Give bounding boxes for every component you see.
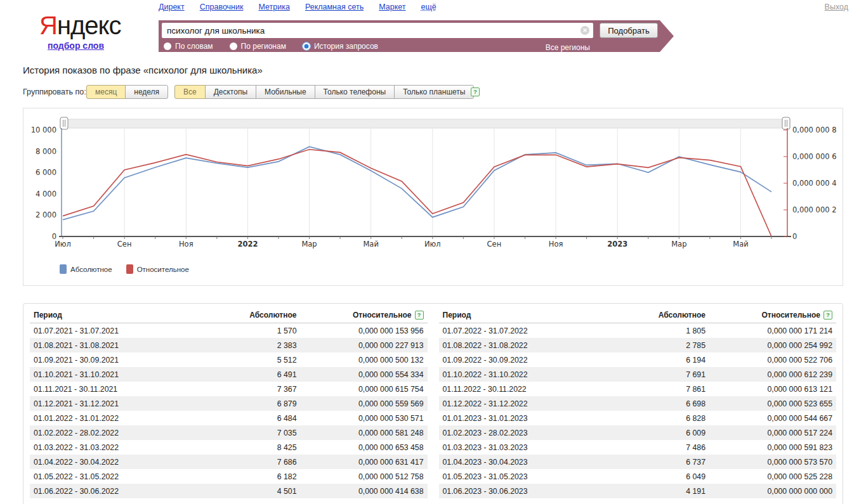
group-by-label: Группировать по: — [23, 87, 86, 96]
radio-selected-icon — [303, 42, 310, 50]
cell-period: 01.05.2022 - 31.05.2022 — [34, 472, 202, 481]
table-row: 01.09.2021 - 30.09.20215 5120,000 000 50… — [30, 352, 428, 367]
device-button-5[interactable]: Только планшеты — [394, 85, 474, 99]
mode-radio-2[interactable]: По регионам — [230, 42, 286, 51]
cell-relative: 0,000 000 653 458 — [297, 443, 424, 452]
x-axis-label: Сен — [117, 240, 132, 249]
nav-link-4[interactable]: Рекламная сеть — [305, 3, 364, 11]
submit-button[interactable]: Подобрать — [600, 23, 658, 38]
table-row: 01.11.2022 - 30.11.20227 8610,000 000 61… — [439, 382, 837, 396]
cell-period: 01.12.2022 - 31.12.2022 — [443, 399, 611, 408]
yandex-logo[interactable]: Яндекс — [39, 11, 121, 40]
x-axis-label: 2022 — [237, 240, 258, 249]
cell-absolute: 2 785 — [610, 341, 705, 350]
legend-item-absolute[interactable]: Абсолютное — [60, 264, 112, 274]
table-row: 01.02.2022 - 28.02.20227 0350,000 000 58… — [30, 425, 428, 440]
legend-label: Абсолютное — [70, 266, 112, 273]
main-content: История показов по фразе «психолог для ш… — [23, 57, 843, 504]
search-field-wrap: ✕ — [162, 23, 593, 38]
right-axis-label: 0,000 000 2 — [792, 205, 837, 214]
col-header-relative: Относительное? — [297, 311, 424, 320]
mode-radio-label: По словам — [175, 42, 213, 51]
range-slider-track[interactable] — [60, 119, 790, 128]
cell-relative: 0,000 000 631 417 — [297, 458, 424, 467]
group-by-button-1[interactable]: месяц — [86, 85, 126, 99]
nav-link-5[interactable]: Маркет — [379, 3, 405, 11]
cell-relative: 0,000 000 171 214 — [705, 326, 832, 335]
devices-help-icon[interactable]: ? — [471, 87, 480, 96]
cell-absolute: 6 484 — [202, 414, 297, 423]
clear-search-icon[interactable]: ✕ — [581, 26, 589, 35]
cell-absolute: 6 737 — [610, 458, 705, 467]
cell-relative: 0,000 000 227 913 — [297, 341, 424, 350]
grouping-controls: Группировать по: месяцнеделя ВсеДесктопы… — [23, 85, 843, 99]
group-by-button-2[interactable]: неделя — [125, 85, 168, 99]
device-button-4[interactable]: Только телефоны — [315, 85, 395, 99]
cell-relative: 0,000 000 530 571 — [297, 414, 424, 423]
cell-relative: 0,000 000 613 121 — [705, 385, 832, 394]
all-regions-link[interactable]: Все регионы — [546, 43, 590, 53]
col-header-relative-label: Относительное — [762, 311, 820, 320]
col-header-period: Период — [443, 311, 611, 320]
table-row: 01.08.2022 - 31.08.20222 7850,000 000 25… — [439, 338, 837, 352]
right-axis-label: 0,000 000 6 — [792, 152, 837, 161]
x-axis-label: Май — [363, 240, 378, 249]
top-nav: ДиректСправочникМетрикаРекламная сетьМар… — [159, 3, 436, 11]
x-axis-label: Июл — [424, 240, 441, 249]
left-axis-label: 4 000 — [36, 190, 56, 198]
logout-link[interactable]: Выход — [825, 3, 848, 11]
table-row: 01.10.2022 - 31.10.20227 6910,000 000 61… — [439, 367, 837, 382]
cell-absolute: 6 698 — [610, 399, 705, 408]
x-axis-label: Мар — [301, 240, 317, 249]
cell-period: 01.09.2022 - 30.09.2022 — [443, 356, 611, 365]
table-row: 01.07.2021 - 31.07.20211 5700,000 000 15… — [30, 323, 428, 338]
cell-relative: 0,000 000 554 334 — [297, 370, 424, 379]
cell-absolute: 6 009 — [610, 429, 705, 437]
cell-period: 01.08.2022 - 31.08.2022 — [443, 341, 611, 350]
cell-relative: 0,000 000 615 754 — [297, 385, 424, 394]
col-header-period: Период — [34, 311, 202, 320]
search-input[interactable] — [162, 23, 593, 38]
cell-period: 01.03.2022 - 31.03.2022 — [34, 443, 202, 452]
col-header-absolute: Абсолютное — [202, 311, 297, 320]
device-button-3[interactable]: Мобильные — [256, 85, 315, 99]
table-row: 01.06.2023 - 30.06.20234 1910,000 000 00… — [439, 484, 837, 498]
cell-period: 01.01.2022 - 31.01.2022 — [34, 414, 202, 423]
legend-item-relative[interactable]: Относительное — [126, 264, 189, 274]
cell-absolute: 6 491 — [202, 370, 297, 379]
nav-link-3[interactable]: Метрика — [258, 3, 289, 11]
logo-rest: ндекс — [57, 11, 121, 39]
nav-link-1[interactable]: Директ — [159, 3, 185, 11]
table-row: 01.06.2022 - 30.06.20224 5010,000 000 41… — [30, 484, 428, 498]
device-button-2[interactable]: Десктопы — [205, 85, 256, 99]
cell-absolute: 6 049 — [610, 472, 705, 481]
relative-help-icon[interactable]: ? — [823, 311, 832, 320]
wordstat-link[interactable]: подбор слов — [48, 41, 104, 51]
radio-icon — [230, 42, 237, 50]
cell-relative: 0,000 000 525 228 — [705, 472, 832, 481]
relative-help-icon[interactable]: ? — [415, 311, 424, 320]
mode-radio-1[interactable]: По словам — [164, 42, 213, 51]
x-axis-label: Сен — [487, 240, 502, 249]
device-button-group: ВсеДесктопыМобильныеТолько телефоныТольк… — [174, 85, 474, 99]
cell-relative: 0,000 000 581 248 — [297, 429, 424, 437]
range-handle-left[interactable] — [60, 117, 68, 129]
table-left-half: ПериодАбсолютноеОтносительное?01.07.2021… — [30, 307, 428, 498]
range-handle-right[interactable] — [782, 117, 790, 129]
table-row: 01.05.2023 - 31.05.20236 0490,000 000 52… — [439, 469, 837, 484]
table-row: 01.07.2022 - 31.07.20221 8050,000 000 17… — [439, 323, 837, 338]
left-axis-label: 10 000 — [31, 126, 56, 134]
right-axis-label: 0 — [792, 232, 797, 241]
legend-label: Относительное — [137, 266, 189, 273]
cell-relative: 0,000 000 000 000 — [705, 487, 832, 496]
cell-period: 01.05.2023 - 31.05.2023 — [443, 472, 611, 481]
nav-link-6[interactable]: ещё — [421, 3, 436, 11]
col-header-absolute: Абсолютное — [610, 311, 705, 320]
cell-period: 01.07.2022 - 31.07.2022 — [443, 326, 611, 335]
device-button-1[interactable]: Все — [174, 85, 206, 99]
table-row: 01.02.2023 - 28.02.20236 0090,000 000 51… — [439, 425, 837, 440]
cell-absolute: 6 182 — [202, 472, 297, 481]
mode-radio-3[interactable]: История запросов — [303, 42, 378, 51]
nav-link-2[interactable]: Справочник — [200, 3, 244, 11]
cell-period: 01.01.2023 - 31.01.2023 — [443, 414, 611, 423]
